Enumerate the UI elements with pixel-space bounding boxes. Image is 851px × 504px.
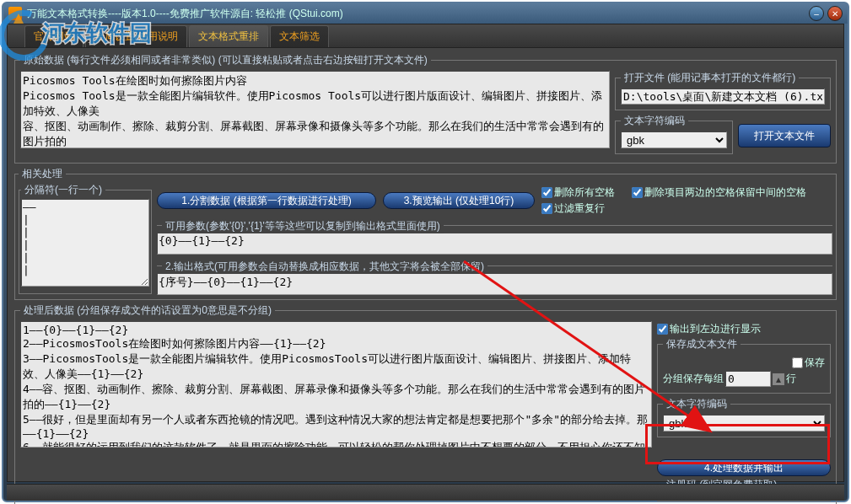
enc2-select[interactable]: gbk [663, 415, 825, 432]
param-label: 可用参数(参数'{0}','{1}'等等这些可以复制到输出格式里面使用) [162, 219, 444, 233]
statusbar [7, 484, 844, 501]
encoding-legend: 文本字符编码 [621, 114, 688, 128]
tab-official[interactable]: 官方网站 [24, 25, 83, 47]
outfmt-textarea[interactable]: {序号}——{0}——{1}——{2} [157, 273, 832, 295]
tab-content: 原始数据 (每行文件必须相同或者非常类似) (可以直接粘贴或者点击右边按钮打开文… [8, 48, 843, 504]
titlebar: 万能文本格式转换----版本1.0----免费推广软件源自: 轻松推 (QStu… [3, 3, 848, 24]
enc2-legend: 文本字符编码 [663, 397, 730, 411]
open-file-button[interactable]: 打开文本文件 [738, 124, 831, 147]
group-separator: 分隔符(一行一个) —— | | | | | [19, 183, 152, 294]
tab-settings[interactable]: 全局设置/使用说明 [85, 25, 187, 47]
splitsave-unit: 行 [786, 372, 796, 386]
splitsave-input[interactable] [725, 371, 771, 387]
chk-save[interactable]: 保存 [663, 356, 825, 370]
outfmt-label: 2.输出格式(可用参数会自动替换成相应数据，其他文字将会被全部保留) [162, 260, 487, 274]
encoding-select[interactable]: gbk [621, 131, 727, 148]
proc-legend: 处理后数据 (分组保存成文件的话设置为0意思是不分组) [20, 303, 275, 318]
tabstrip: 官方网站 全局设置/使用说明 文本格式重排 文本筛选 [8, 24, 843, 48]
processed-textarea[interactable]: 1——{0}——{1}——{2} 2——PicosmosTools在绘图时如何擦… [20, 321, 652, 448]
group-original: 原始数据 (每行文件必须相同或者非常类似) (可以直接粘贴或者点击右边按钮打开文… [14, 53, 837, 164]
minimize-button[interactable]: – [809, 6, 824, 21]
splitsave-label: 分组保存每组 [663, 372, 724, 386]
group-related: 相关处理 分隔符(一行一个) —— | | | | | 1.分割数据 (根据第一… [14, 167, 837, 300]
chk-dedup[interactable]: 过滤重复行 [541, 201, 806, 216]
app-icon [8, 7, 22, 20]
chk-trim-all[interactable]: 删除所有空格 [541, 185, 615, 200]
group-enc2: 文本字符编码 gbk [657, 397, 831, 437]
spinner-icon[interactable]: ▴ [773, 373, 784, 385]
group-original-legend: 原始数据 (每行文件必须相同或者非常类似) (可以直接粘贴或者点击右边按钮打开文… [20, 53, 431, 67]
close-button[interactable]: ✕ [827, 6, 843, 21]
preview-button[interactable]: 3.预览输出 (仅处理10行) [383, 192, 535, 209]
original-textarea[interactable]: Picosmos Tools在绘图时如何擦除图片内容 Picosmos Tool… [20, 71, 610, 148]
process-button[interactable]: 4.处理数据并输出 [657, 459, 831, 476]
chk-rtl[interactable]: 输出到左边进行显示 [657, 322, 831, 336]
separator-list[interactable]: —— | | | | | [21, 199, 149, 287]
tab-reformat[interactable]: 文本格式重排 [189, 25, 268, 47]
group-save: 保存成文本文件 保存 分组保存每组 ▴ 行 [657, 337, 831, 394]
save-legend: 保存成文本文件 [663, 337, 741, 351]
related-legend: 相关处理 [19, 167, 66, 181]
client-area: 官方网站 全局设置/使用说明 文本格式重排 文本筛选 原始数据 (每行文件必须相… [7, 24, 844, 482]
chk-trim-keep[interactable]: 删除项目两边的空格保留中间的空格 [632, 185, 806, 200]
openfile-legend: 打开文件 (能用记事本打开的文件都行) [621, 71, 799, 85]
group-processed: 处理后数据 (分组保存成文件的话设置为0意思是不分组) 1——{0}——{1}—… [14, 303, 837, 504]
group-encoding: 文本字符编码 gbk [615, 114, 733, 154]
sep-legend: 分隔符(一行一个) [21, 183, 105, 197]
group-openfile: 打开文件 (能用记事本打开的文件都行) [615, 71, 831, 110]
tab-filter[interactable]: 文本筛选 [270, 25, 329, 47]
param-textarea[interactable]: {0}——{1}——{2} [157, 233, 832, 255]
window-title: 万能文本格式转换----版本1.0----免费推广软件源自: 轻松推 (QStu… [27, 7, 343, 21]
split-button[interactable]: 1.分割数据 (根据第一行数据进行处理) [157, 192, 376, 209]
app-window: 万能文本格式转换----版本1.0----免费推广软件源自: 轻松推 (QStu… [2, 2, 849, 502]
filepath-input[interactable] [621, 88, 825, 105]
